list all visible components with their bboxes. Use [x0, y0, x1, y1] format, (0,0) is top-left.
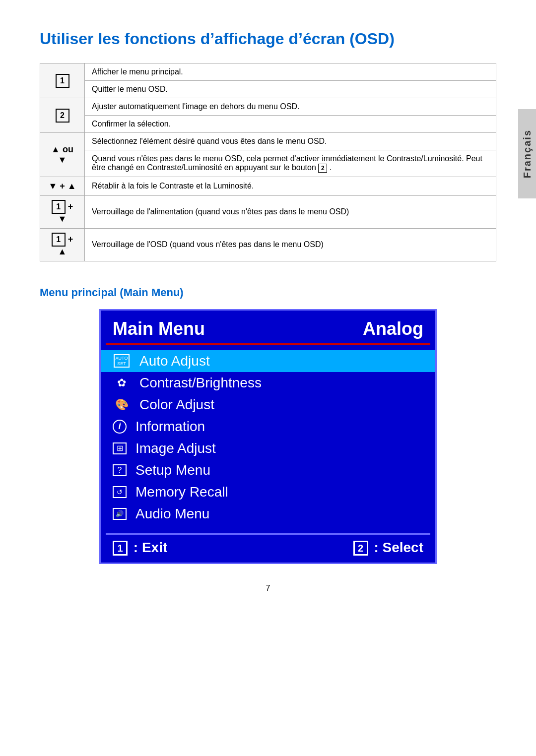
osd-menu-items: AUTOSET Auto Adjust ✿ Contrast/Brightnes…: [101, 345, 435, 530]
side-tab-label: Français: [522, 129, 533, 178]
symbol-cell-1: 1: [40, 63, 85, 98]
color-icon: 🎨: [113, 398, 131, 411]
side-tab: Français: [518, 109, 536, 198]
osd-item-label-audio: Audio Menu: [135, 506, 209, 522]
osd-menu-footer: 1 : Exit 2 : Select: [101, 535, 435, 563]
table-row: 2 Ajuster automatiquement l'image en deh…: [40, 98, 496, 116]
osd-menu-mockup: Main Menu Analog AUTOSET Auto Adjust ✿ C…: [99, 309, 437, 565]
table-row: 1 + ▼ Verrouillage de l'alimentation (qu…: [40, 195, 496, 228]
symbol-cell-down-up: ▼ + ▲: [40, 177, 85, 195]
osd-item-label-memory: Memory Recall: [135, 484, 228, 500]
memory-icon: ↺: [113, 486, 127, 498]
table-row: ▲ ou ▼ Sélectionnez l'élément désiré qua…: [40, 133, 496, 150]
osd-menu-title: Main Menu: [113, 318, 205, 339]
osd-menu-item-memory[interactable]: ↺ Memory Recall: [101, 481, 435, 503]
desc-tri-1: Sélectionnez l'élément désiré quand vous…: [85, 133, 496, 150]
osd-menu-item-image-adjust[interactable]: ⊞ Image Adjust: [101, 438, 435, 459]
setup-icon: ?: [113, 464, 127, 476]
osd-menu-signal: Analog: [363, 318, 423, 339]
page-number: 7: [40, 584, 496, 593]
table-row: Quand vous n'êtes pas dans le menu OSD, …: [40, 150, 496, 177]
osd-menu-item-contrast[interactable]: ✿ Contrast/Brightness: [101, 372, 435, 394]
footer-select: 2 : Select: [353, 540, 423, 556]
desc-1-up: Verrouillage de l'OSD (quand vous n'êtes…: [85, 228, 496, 261]
osd-table: 1 Afficher le menu principal. Quitter le…: [40, 63, 496, 261]
osd-menu-item-auto-adjust[interactable]: AUTOSET Auto Adjust: [101, 350, 435, 372]
auto-set-icon: AUTOSET: [113, 354, 131, 368]
page-title: Utiliser les fonctions d’affichage d’écr…: [40, 30, 496, 48]
table-row: ▼ + ▲ Rétablir à la fois le Contraste et…: [40, 177, 496, 195]
info-icon: i: [113, 420, 127, 434]
symbol-1b: 1: [52, 200, 66, 214]
symbol-2: 2: [56, 109, 69, 123]
section-title: Menu principal (Main Menu): [40, 286, 496, 299]
footer-exit-label: : Exit: [134, 540, 167, 555]
table-row: 1 + ▲ Verrouillage de l'OSD (quand vous …: [40, 228, 496, 261]
osd-menu-header: Main Menu Analog: [101, 311, 435, 343]
symbol-1: 1: [56, 74, 69, 88]
audio-icon: 🔊: [113, 508, 127, 520]
symbol-cell-triangle: ▲ ou ▼: [40, 133, 85, 177]
osd-menu-item-information[interactable]: i Information: [101, 416, 435, 438]
osd-menu-item-setup[interactable]: ? Setup Menu: [101, 459, 435, 481]
desc-2-2: Confirmer la sélection.: [85, 116, 496, 133]
symbol-cell-2: 2: [40, 98, 85, 133]
table-row: 1 Afficher le menu principal.: [40, 63, 496, 81]
symbol-cell-1-up: 1 + ▲: [40, 228, 85, 261]
desc-1-2: Quitter le menu OSD.: [85, 81, 496, 98]
osd-menu-item-audio[interactable]: 🔊 Audio Menu: [101, 503, 435, 525]
osd-item-label-color: Color Adjust: [139, 397, 214, 413]
desc-1-1: Afficher le menu principal.: [85, 63, 496, 81]
footer-key-2: 2: [353, 541, 368, 556]
osd-item-label-setup: Setup Menu: [135, 462, 210, 478]
inline-box-2: 2: [318, 164, 327, 173]
image-adjust-icon: ⊞: [113, 442, 127, 454]
table-row: Quitter le menu OSD.: [40, 81, 496, 98]
footer-select-label: : Select: [374, 540, 423, 555]
osd-item-label-auto-adjust: Auto Adjust: [139, 353, 210, 369]
symbol-1c: 1: [52, 233, 66, 247]
footer-key-1: 1: [113, 541, 128, 556]
desc-down-up: Rétablir à la fois le Contraste et la Lu…: [85, 177, 496, 195]
osd-item-label-contrast: Contrast/Brightness: [139, 375, 262, 391]
osd-item-label-information: Information: [135, 419, 205, 435]
osd-menu-item-color[interactable]: 🎨 Color Adjust: [101, 394, 435, 416]
desc-2-1: Ajuster automatiquement l'image en dehor…: [85, 98, 496, 116]
footer-exit: 1 : Exit: [113, 540, 167, 556]
table-row: Confirmer la sélection.: [40, 116, 496, 133]
symbol-cell-1-down: 1 + ▼: [40, 195, 85, 228]
desc-1-down: Verrouillage de l'alimentation (quand vo…: [85, 195, 496, 228]
osd-item-label-image-adjust: Image Adjust: [135, 441, 216, 456]
contrast-icon: ✿: [113, 377, 131, 389]
desc-tri-2: Quand vous n'êtes pas dans le menu OSD, …: [85, 150, 496, 177]
